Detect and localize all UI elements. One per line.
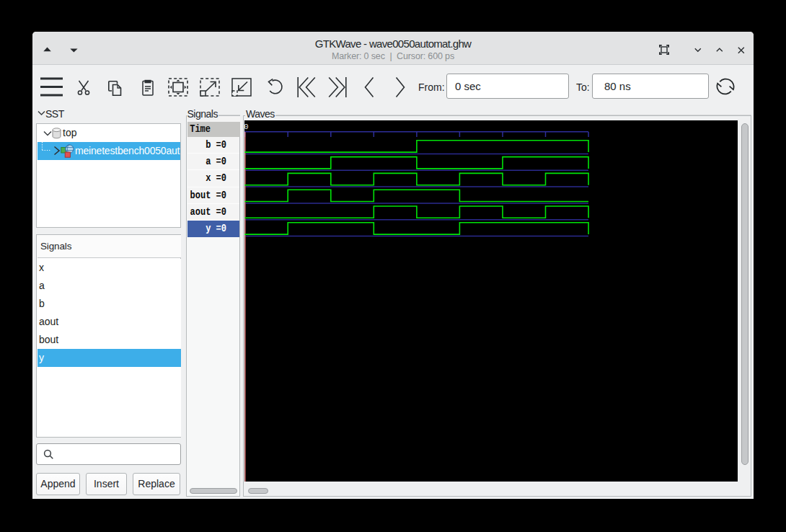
svg-text:0: 0 [244, 123, 249, 131]
